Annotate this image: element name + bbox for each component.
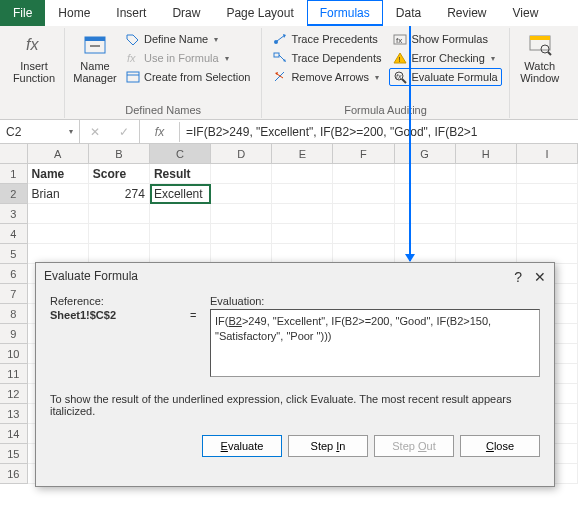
cell[interactable]	[395, 204, 456, 224]
col-header-c[interactable]: C	[150, 144, 211, 164]
cell[interactable]	[395, 184, 456, 204]
tab-home[interactable]: Home	[45, 0, 103, 26]
cell[interactable]	[211, 164, 272, 184]
row-header[interactable]: 16	[0, 464, 28, 484]
cell[interactable]	[272, 204, 333, 224]
select-all-corner[interactable]	[0, 144, 28, 164]
cell[interactable]: Brian	[28, 184, 89, 204]
cell[interactable]	[333, 184, 394, 204]
define-name-button[interactable]: Define Name▾	[122, 30, 254, 48]
fx-icon[interactable]: fx	[140, 122, 180, 142]
col-header-f[interactable]: F	[333, 144, 394, 164]
cell[interactable]	[150, 224, 211, 244]
step-in-button[interactable]: Step In	[288, 435, 368, 457]
col-header-a[interactable]: A	[28, 144, 89, 164]
cell[interactable]	[456, 244, 517, 264]
cell[interactable]	[28, 224, 89, 244]
cell[interactable]	[456, 184, 517, 204]
cell[interactable]: 274	[89, 184, 150, 204]
tab-view[interactable]: View	[500, 0, 552, 26]
cell[interactable]	[150, 244, 211, 264]
evaluate-button[interactable]: Evaluate	[202, 435, 282, 457]
create-from-selection-button[interactable]: Create from Selection	[122, 68, 254, 86]
row-header[interactable]: 13	[0, 404, 28, 424]
row-header[interactable]: 12	[0, 384, 28, 404]
col-header-h[interactable]: H	[456, 144, 517, 164]
col-header-g[interactable]: G	[395, 144, 456, 164]
tab-file[interactable]: File	[0, 0, 45, 26]
cell[interactable]	[517, 164, 578, 184]
close-button[interactable]: Close	[460, 435, 540, 457]
row-header[interactable]: 9	[0, 324, 28, 344]
col-header-e[interactable]: E	[272, 144, 333, 164]
show-formulas-button[interactable]: fx Show Formulas	[389, 30, 501, 48]
row-header[interactable]: 10	[0, 344, 28, 364]
trace-dependents-button[interactable]: Trace Dependents	[269, 49, 385, 67]
cell[interactable]	[272, 224, 333, 244]
row-header[interactable]: 15	[0, 444, 28, 464]
cell[interactable]	[211, 244, 272, 264]
cell[interactable]	[395, 244, 456, 264]
row-header[interactable]: 5	[0, 244, 28, 264]
formula-bar[interactable]: =IF(B2>249, "Excellent", IF(B2>=200, "Go…	[180, 122, 578, 142]
close-icon[interactable]: ✕	[534, 269, 546, 285]
tab-formulas[interactable]: Formulas	[307, 0, 383, 26]
cell[interactable]: Excellent	[150, 184, 211, 204]
cell[interactable]	[272, 184, 333, 204]
cell[interactable]	[395, 224, 456, 244]
cell[interactable]	[89, 204, 150, 224]
tab-page-layout[interactable]: Page Layout	[213, 0, 306, 26]
cell[interactable]	[150, 204, 211, 224]
remove-arrows-button[interactable]: Remove Arrows▾	[269, 68, 385, 86]
cell[interactable]	[517, 184, 578, 204]
cell[interactable]: Result	[150, 164, 211, 184]
cell[interactable]	[456, 204, 517, 224]
help-icon[interactable]: ?	[514, 269, 522, 285]
cell[interactable]	[272, 244, 333, 264]
row-header[interactable]: 7	[0, 284, 28, 304]
tab-draw[interactable]: Draw	[159, 0, 213, 26]
cell[interactable]	[456, 224, 517, 244]
name-manager-button[interactable]: Name Manager	[70, 28, 120, 88]
group-defined-names: Defined Names	[70, 102, 256, 118]
row-header[interactable]: 6	[0, 264, 28, 284]
cell[interactable]	[333, 244, 394, 264]
row-header[interactable]: 4	[0, 224, 28, 244]
cell[interactable]	[89, 244, 150, 264]
col-header-b[interactable]: B	[89, 144, 150, 164]
cell[interactable]	[211, 184, 272, 204]
cell[interactable]	[333, 204, 394, 224]
row-header[interactable]: 8	[0, 304, 28, 324]
row-header[interactable]: 2	[0, 184, 28, 204]
col-header-d[interactable]: D	[211, 144, 272, 164]
evaluate-formula-button[interactable]: fx Evaluate Formula	[389, 68, 501, 86]
cell[interactable]	[89, 224, 150, 244]
cell[interactable]	[395, 164, 456, 184]
cell[interactable]	[211, 224, 272, 244]
row-header[interactable]: 11	[0, 364, 28, 384]
cell[interactable]	[517, 224, 578, 244]
cell[interactable]	[333, 224, 394, 244]
cell[interactable]	[211, 204, 272, 224]
trace-precedents-button[interactable]: Trace Precedents	[269, 30, 385, 48]
error-checking-button[interactable]: ! Error Checking▾	[389, 49, 501, 67]
cell[interactable]	[28, 204, 89, 224]
watch-window-button[interactable]: Watch Window	[515, 28, 565, 88]
tab-review[interactable]: Review	[434, 0, 499, 26]
cell[interactable]	[456, 164, 517, 184]
cell[interactable]: Name	[28, 164, 89, 184]
col-header-i[interactable]: I	[517, 144, 578, 164]
cell[interactable]	[517, 244, 578, 264]
cell[interactable]	[272, 164, 333, 184]
cell[interactable]	[517, 204, 578, 224]
row-header[interactable]: 3	[0, 204, 28, 224]
cell[interactable]	[28, 244, 89, 264]
cell[interactable]	[333, 164, 394, 184]
cell[interactable]: Score	[89, 164, 150, 184]
tab-insert[interactable]: Insert	[103, 0, 159, 26]
name-box[interactable]: C2▾	[0, 120, 80, 144]
insert-function-button[interactable]: fx Insert Function	[9, 28, 59, 88]
row-header[interactable]: 1	[0, 164, 28, 184]
row-header[interactable]: 14	[0, 424, 28, 444]
tab-data[interactable]: Data	[383, 0, 434, 26]
